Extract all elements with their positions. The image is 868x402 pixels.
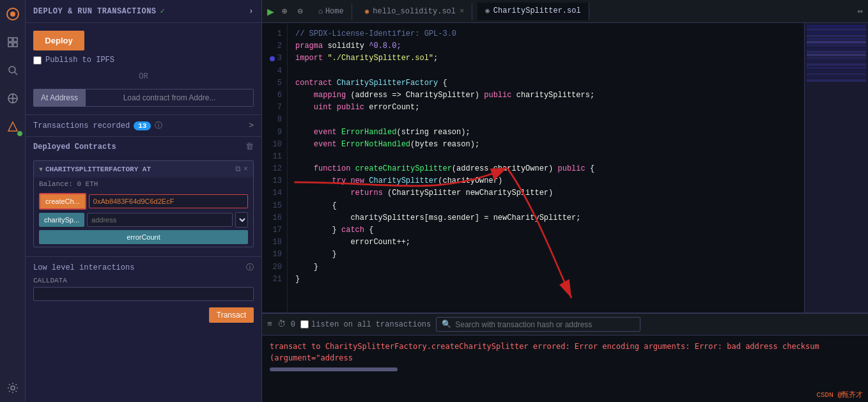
code-editor: 1 2 3 4 5 6 7 8 9 10 11 12 13 [262,23,804,313]
editor-expand-button[interactable]: ⇔ [858,6,863,17]
low-level-section: Low level interactions ⓘ CALLDATA Transa… [26,256,261,328]
bottom-collapse-icon[interactable]: ≡ [267,320,272,329]
listen-label: listen on all transactions [311,320,431,329]
calldata-input[interactable] [33,287,254,301]
trash-icon[interactable]: 🗑 [245,142,254,151]
home-tab-label: Home [325,7,344,16]
at-address-button[interactable]: At Address [33,89,86,107]
deployed-contracts-header: Deployed Contracts 🗑 [26,136,261,157]
error-message: transact to CharitySplitterFactory.creat… [270,341,860,364]
line-8: 8 [265,114,282,126]
function-charitysp-row: charitySp... ▼ [39,212,248,228]
balance-row: Balance: 0 ETH [34,178,253,190]
svg-line-7 [15,72,17,75]
panel-title: DEPLOY & RUN TRANSACTIONS ✓ [33,6,165,16]
function-charitysp-dropdown[interactable]: ▼ [235,212,248,228]
editor-toolbar: ▶ ⊕ ⊖ ⌂ Home ◉ hello_solidity.sol × ◉ Ch… [262,0,868,23]
line-18: 18 [265,236,282,249]
calldata-label: CALLDATA [33,277,254,284]
line-9: 9 [265,127,282,139]
code-line-18: errorCount++; [295,236,796,249]
line-7: 7 [265,102,282,114]
tab-hello-solidity[interactable]: ◉ hello_solidity.sol × [357,3,472,20]
line-21: 21 [265,274,282,286]
zoom-in-button[interactable]: ⊕ [279,4,290,18]
code-line-9: event ErrorHandled(string reason); [295,127,796,139]
sidebar-item-deploy[interactable] [4,118,22,135]
error-scrollbar[interactable] [270,367,398,371]
transactions-count-badge: 13 [134,121,151,130]
code-line-7: uint public errorCount; [295,102,796,114]
code-line-1: // SPDX-License-Identifier: GPL-3.0 [295,28,796,40]
line-numbers: 1 2 3 4 5 6 7 8 9 10 11 12 13 [262,23,288,313]
at-address-row: At Address Load contract from Addre... [33,89,254,107]
tab-hello-label: hello_solidity.sol [373,7,456,16]
function-errorcount-button[interactable]: errorCount [39,230,248,244]
load-contract-button[interactable]: Load contract from Addre... [86,89,254,107]
listen-checkbox-row: listen on all transactions [300,320,431,329]
sidebar-item-settings[interactable] [4,379,22,397]
panel-title-text: DEPLOY & RUN TRANSACTIONS [33,7,157,16]
svg-point-6 [9,66,15,73]
low-level-header: Low level interactions ⓘ [33,262,254,273]
line-15: 15 [265,200,282,212]
tx-count: 0 [291,320,295,329]
svg-rect-4 [8,43,12,47]
transactions-section: Transactions recorded 13 ⓘ > [26,114,261,136]
publish-ipfs-checkbox[interactable] [33,56,42,65]
run-button[interactable]: ▶ [267,4,274,19]
sidebar-item-files[interactable] [4,33,22,51]
svg-marker-11 [8,122,17,131]
publish-ipfs-row: Publish to IPFS [33,56,254,65]
line-2: 2 [265,40,282,52]
code-line-10: event ErrorNotHandled(bytes reason); [295,139,796,151]
tab-home[interactable]: ⌂ Home [311,3,352,20]
sidebar-item-plugin[interactable] [4,89,22,107]
function-createch-input[interactable] [89,194,248,208]
function-charitysp-input[interactable] [87,213,233,227]
mini-preview-content [805,23,868,84]
sidebar-item-logo[interactable] [4,5,22,23]
tab-icon-charity: ◉ [485,6,490,15]
left-panel: DEPLOY & RUN TRANSACTIONS ✓ › Deploy Pub… [26,0,262,402]
svg-point-1 [10,12,15,17]
check-icon: ✓ [160,6,166,16]
attribution: CSDN @甄齐才 [816,390,863,399]
code-line-6: mapping (address => CharitySplitter) pub… [295,89,796,102]
editor-with-preview: 1 2 3 4 5 6 7 8 9 10 11 12 13 [262,23,868,313]
code-content[interactable]: // SPDX-License-Identifier: GPL-3.0 prag… [288,23,804,313]
transactions-expand-arrow[interactable]: > [249,121,254,130]
copy-icon[interactable]: ⧉ [235,165,241,174]
line-6: 6 [265,89,282,102]
listen-checkbox[interactable] [300,320,309,329]
transact-button[interactable]: Transact [209,307,254,323]
deploy-button[interactable]: Deploy [33,31,84,50]
low-level-info-icon[interactable]: ⓘ [246,262,254,273]
tab-icon-hello: ◉ [365,7,369,15]
code-line-5: contract CharitySplitterFactory { [295,77,796,89]
contract-chevron-icon[interactable]: ▼ [39,166,43,173]
search-input[interactable] [455,320,635,329]
zoom-out-button[interactable]: ⊖ [295,4,305,18]
mini-preview [804,23,868,313]
panel-expand-arrow[interactable]: › [249,7,254,16]
code-line-14: returns (CharitySplitter newCharitySplit… [295,187,796,199]
line-12: 12 [265,163,282,175]
bottom-clock-icon[interactable]: ⏱ [277,320,286,329]
contract-close-icon[interactable]: × [244,165,248,174]
function-createch-button[interactable]: createCh... [39,193,86,210]
line-17: 17 [265,224,282,236]
sidebar-item-search[interactable] [4,61,22,79]
line-1: 1 [265,28,282,40]
search-icon: 🔍 [442,320,451,329]
line-13: 13 [265,175,282,187]
transactions-info-icon[interactable]: ⓘ [155,120,162,131]
panel-header: DEPLOY & RUN TRANSACTIONS ✓ › [26,0,261,23]
sidebar-icons [0,0,26,402]
svg-rect-2 [8,38,12,42]
tab-hello-close[interactable]: × [460,7,464,16]
tab-charity-splitter[interactable]: ◉ CharitySplitter.sol [477,3,589,20]
code-line-17: } catch { [295,224,796,236]
function-charitysp-button[interactable]: charitySp... [39,213,84,227]
line-3: 3 [265,52,282,65]
